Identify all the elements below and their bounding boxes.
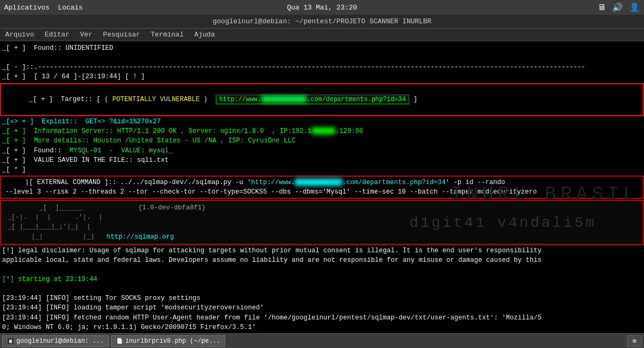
terminal-line-info-server: _[ + ] Information Server:: HTTP/1.1 200…	[0, 126, 644, 136]
sqlmap-disclaimer2: applicable local, state and federal laws…	[0, 255, 644, 265]
system-bar-left: Aplicativos Locais	[4, 4, 83, 12]
terminal-line-more-details: _[ + ] More details:: Houston /United St…	[0, 136, 644, 145]
sqlmap-log-1: [23:19:44] [INFO] setting Tor SOCKS prox…	[0, 294, 644, 303]
user-icon: 👤	[629, 2, 640, 13]
terminal-line-separator: _[ - ]::.-------------------------------…	[0, 62, 644, 72]
terminal-line-found-mysql: _[ + ] Found:: MYSQL-01 - VALUE: mysql_	[0, 146, 644, 155]
terminal-line-star: _[ * ]	[0, 165, 644, 175]
title-bar: googleinurl@debian: ~/pentest/PROJETO SC…	[0, 15, 644, 29]
menu-ajuda[interactable]: Ajuda	[191, 30, 218, 40]
sqlmap-log-2: [23:19:44] [INFO] loading tamper script …	[0, 303, 644, 313]
terminal-line-blank	[0, 53, 644, 62]
sqlmap-log-3: [23:19:44] [INFO] fetched random HTTP Us…	[0, 313, 644, 323]
menu-ver[interactable]: Ver	[77, 30, 95, 40]
taskbar-right-btn[interactable]: ⊞	[627, 335, 642, 347]
target-line-box: _[ + ] Target:: [ ( POTENTIALLY VULNERAB…	[0, 83, 644, 116]
menu-terminal[interactable]: Terminal	[148, 30, 187, 40]
taskbar-end: ⊞	[627, 335, 642, 347]
monitor-icon: 🖥	[597, 3, 606, 13]
terminal-line-saved: _[ + ] VALUE SAVED IN THE FILE:: sqli.tx…	[0, 155, 644, 165]
sqlmap-art-box: _[ ]______ {1.0-dev-dbfa8f1} _[-|. | | .…	[0, 200, 644, 245]
taskbar: ▣ googleinurl@debian: ... 📄 inurlbrpriv8…	[0, 333, 644, 348]
system-bar-right: 🖥 🔊 👤	[597, 2, 640, 13]
sqlmap-log-3b: 0; Windows NT 6.0; ja; rv:1.9.1.1) Gecko…	[0, 323, 644, 332]
terminal-taskbar-icon: ▣	[7, 337, 14, 345]
terminal[interactable]: _[ + ] Found:: UNIDENTIFIED _[ - ]::.---…	[0, 41, 644, 333]
system-bar: Aplicativos Locais Qua 13 Mai, 23:20 🖥 🔊…	[0, 0, 644, 15]
sqlmap-blank2	[0, 284, 644, 294]
taskbar-terminal-label: googleinurl@debian: ...	[16, 337, 104, 345]
system-bar-datetime: Qua 13 Mai, 23:20	[287, 4, 357, 12]
terminal-line-target: _[ + ] Target:: [ ( POTENTIALLY VULNERAB…	[3, 85, 641, 114]
menu-pesquisar[interactable]: Pesquisar	[100, 30, 143, 40]
window-title: googleinurl@debian: ~/pentest/PROJETO SC…	[213, 17, 431, 25]
sqlmap-starting: [*] starting at 23:19:44	[0, 274, 644, 284]
sqlmap-disclaimer: [!] legal disclaimer: Usage of sqlmap fo…	[0, 246, 644, 255]
menu-arquivo[interactable]: Arquivo	[2, 30, 38, 40]
terminal-line-found: _[ + ] Found:: UNIDENTIFIED	[0, 43, 644, 53]
terminal-line-counter: _[ + ] [ 13 / 64 ]-[23:19:44] [ ! ]	[0, 72, 644, 81]
menu-bar: Arquivo Editar Ver Pesquisar Terminal Aj…	[0, 29, 644, 41]
taskbar-file-label: inurlbrpriv8.php (~/pe...	[125, 337, 220, 345]
volume-icon: 🔊	[612, 2, 623, 13]
terminal-line-exploit: _[=> + ] Exploit:: GET=> ?&id=1%270x27	[0, 117, 644, 126]
file-taskbar-icon: 📄	[116, 337, 123, 345]
taskbar-terminal[interactable]: ▣ googleinurl@debian: ...	[2, 335, 109, 347]
taskbar-file[interactable]: 📄 inurlbrpriv8.php (~/pe...	[111, 335, 225, 347]
sqlmap-blank	[0, 265, 644, 274]
menu-aplicativos[interactable]: Aplicativos	[4, 4, 50, 12]
menu-editar[interactable]: Editar	[42, 30, 73, 40]
menu-locais[interactable]: Locais	[58, 4, 83, 12]
